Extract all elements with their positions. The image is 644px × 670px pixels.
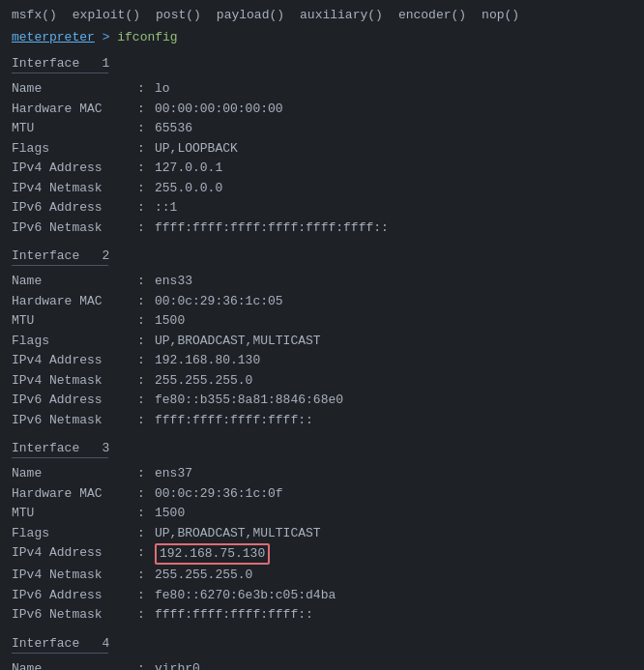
field-ipv6-netmask-3: IPv6 Netmask : ffff:ffff:ffff:ffff::: [12, 605, 632, 625]
top-bar-item-6: encoder(): [398, 8, 466, 22]
field-ipv6-address-2: IPv6 Address : fe80::b355:8a81:8846:68e0: [12, 391, 632, 410]
interface-header-2: Interface 2: [12, 248, 632, 263]
interface-divider-3: [12, 457, 108, 458]
prompt-arrow: >: [102, 30, 118, 44]
top-bar-item-3: post(): [156, 8, 201, 22]
top-bar-item-2: exploit(): [73, 8, 140, 22]
field-ipv4-netmask-2: IPv4 Netmask : 255.255.255.0: [12, 371, 632, 391]
interface-divider-2: [12, 265, 108, 266]
prompt-line: meterpreter > ifconfig: [12, 30, 632, 44]
interface-block-4: Interface 4 Name : virbr0 Hardware MAC :…: [12, 636, 632, 670]
top-bar-item-4: payload(): [217, 8, 284, 22]
field-ipv6-netmask-2: IPv6 Netmask : ffff:ffff:ffff:ffff::: [12, 411, 632, 430]
field-mtu-3: MTU : 1500: [12, 504, 632, 523]
top-bar-item-7: nop(): [482, 8, 519, 22]
top-bar-item-1: msfx(): [12, 8, 57, 22]
field-hardware-mac-3: Hardware MAC : 00:0c:29:36:1c:0f: [12, 484, 632, 504]
interface-block-1: Interface 1 Name : lo Hardware MAC : 00:…: [12, 56, 632, 237]
interface-block-3: Interface 3 Name : ens37 Hardware MAC : …: [12, 441, 632, 625]
field-name-3: Name : ens37: [12, 464, 632, 483]
top-bar-item-5: auxiliary(): [300, 8, 383, 22]
field-flags-2: Flags : UP,BROADCAST,MULTICAST: [12, 332, 632, 351]
field-ipv6-address-3: IPv6 Address : fe80::6270:6e3b:c05:d4ba: [12, 586, 632, 605]
field-ipv6-address: IPv6 Address : ::1: [12, 198, 632, 218]
field-mtu-2: MTU : 1500: [12, 311, 632, 331]
interface-divider-1: [12, 73, 108, 73]
field-ipv4-address: IPv4 Address : 127.0.0.1: [12, 159, 632, 178]
field-name-2: Name : ens33: [12, 272, 632, 291]
interface-header-1: Interface 1: [12, 56, 632, 71]
field-ipv4-address-2: IPv4 Address : 192.168.80.130: [12, 351, 632, 370]
field-ipv4-netmask-3: IPv4 Netmask : 255.255.255.0: [12, 566, 632, 585]
field-hardware-mac-2: Hardware MAC : 00:0c:29:36:1c:05: [12, 292, 632, 311]
interface-divider-4: [12, 653, 108, 654]
field-flags-3: Flags : UP,BROADCAST,MULTICAST: [12, 524, 632, 543]
field-name: Name : lo: [12, 79, 632, 99]
field-flags: Flags : UP,LOOPBACK: [12, 139, 632, 159]
interface-header-4: Interface 4: [12, 636, 632, 651]
interface-header-3: Interface 3: [12, 441, 632, 455]
field-ipv6-netmask: IPv6 Netmask : ffff:ffff:ffff:ffff:ffff:…: [12, 218, 632, 238]
interface-block-2: Interface 2 Name : ens33 Hardware MAC : …: [12, 248, 632, 429]
field-ipv4-netmask: IPv4 Netmask : 255.0.0.0: [12, 179, 632, 198]
field-ipv4-address-3-highlighted: IPv4 Address : 192.168.75.130: [12, 543, 632, 565]
top-bar: msfx() exploit() post() payload() auxili…: [12, 8, 632, 22]
prompt-meterpreter[interactable]: meterpreter: [12, 30, 95, 44]
terminal: msfx() exploit() post() payload() auxili…: [0, 0, 644, 670]
highlighted-ip: 192.168.75.130: [155, 543, 270, 565]
field-mtu: MTU : 65536: [12, 119, 632, 138]
prompt-command: ifconfig: [117, 30, 177, 44]
field-hardware-mac: Hardware MAC : 00:00:00:00:00:00: [12, 100, 632, 119]
field-name-4: Name : virbr0: [12, 659, 632, 670]
